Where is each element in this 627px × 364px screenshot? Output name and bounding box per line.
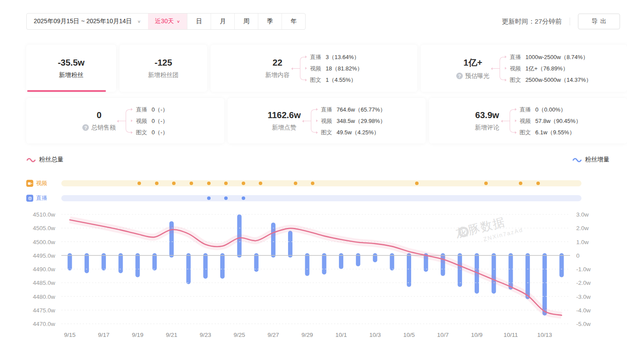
quick-range-30d[interactable]: 近30天 ∨ bbox=[148, 14, 187, 29]
x-axis-label: 9/29 bbox=[301, 332, 313, 338]
y-axis-right: 3.0w2.0w1.0w0-1.0w-2.0w-3.0w-4.0w-5.0w bbox=[570, 214, 609, 324]
breakdown-value: 1亿+（76.89%） bbox=[525, 64, 568, 73]
x-axis-label: 10/1 bbox=[335, 332, 347, 338]
x-axis-label: 9/19 bbox=[132, 332, 143, 338]
breakdown-row: 图文1（4.55%） bbox=[310, 76, 363, 84]
breakdown-connector bbox=[296, 51, 306, 86]
tab-quarter[interactable]: 季 bbox=[258, 14, 282, 29]
breakdown-connector bbox=[506, 104, 516, 138]
fans-delta-bar[interactable] bbox=[390, 253, 394, 270]
help-icon[interactable]: ? bbox=[82, 124, 89, 131]
fans-delta-bar[interactable] bbox=[119, 253, 123, 273]
date-range-controls: 2025年09月15日 ~ 2025年10月14日 ∨ 近30天 ∨ 日 月 周… bbox=[26, 13, 306, 30]
x-axis-label: 9/17 bbox=[98, 332, 109, 338]
fans-delta-bar[interactable] bbox=[102, 253, 106, 270]
fan-trend-chart: 视频 直播 4510.0w4505.0w4500.0w4495.0w4490.0… bbox=[26, 178, 609, 340]
video-marker-dot[interactable] bbox=[294, 182, 297, 185]
legend-label: 粉丝增量 bbox=[585, 156, 609, 164]
video-timeline-track bbox=[61, 180, 581, 186]
stat-label: 新增点赞 bbox=[272, 124, 296, 132]
fans-delta-bar[interactable] bbox=[322, 253, 326, 275]
video-marker-dot[interactable] bbox=[224, 182, 228, 185]
stat-label: 新增评论 bbox=[475, 124, 500, 132]
video-marker-dot[interactable] bbox=[137, 182, 141, 185]
breakdown-row: 视频1亿+（76.89%） bbox=[510, 64, 592, 73]
live-marker-dot[interactable] bbox=[207, 196, 211, 200]
tab-year[interactable]: 年 bbox=[282, 14, 305, 29]
quick-range-label: 近30天 bbox=[155, 18, 174, 25]
fans-delta-bar[interactable] bbox=[152, 253, 157, 270]
y-axis-left-label: 4505.0w bbox=[33, 225, 55, 231]
x-axis-label: 10/5 bbox=[403, 332, 415, 338]
breakdown-value: 1（4.55%） bbox=[326, 76, 356, 84]
stat-value: 1亿+ bbox=[456, 57, 490, 69]
tab-label: 年 bbox=[291, 18, 297, 25]
breakdown-row: 直播0（0.00%） bbox=[520, 105, 581, 114]
export-button[interactable]: 导出 bbox=[578, 14, 620, 29]
stat-card-new-fan-club[interactable]: -125 新增粉丝团 bbox=[120, 45, 207, 92]
x-axis-label: 9/21 bbox=[166, 332, 177, 338]
video-marker-dot[interactable] bbox=[259, 182, 262, 185]
fans-delta-bar[interactable] bbox=[407, 253, 411, 287]
video-icon bbox=[26, 180, 33, 187]
live-marker-dot[interactable] bbox=[224, 196, 228, 200]
x-axis: 9/159/179/199/219/239/259/279/2910/110/3… bbox=[61, 327, 570, 340]
stat-card-new-comments[interactable]: 63.9w 新增评论 直播0（0.00%） 视频57.8w（90.45%） 图文… bbox=[429, 98, 627, 144]
breakdown-value: 0（-） bbox=[151, 117, 168, 125]
tab-label: 日 bbox=[196, 18, 202, 25]
fans-delta-bar[interactable] bbox=[373, 253, 377, 262]
video-marker-dot[interactable] bbox=[242, 182, 245, 185]
fans-delta-bar[interactable] bbox=[67, 253, 72, 270]
date-range-text: 2025年09月15日 ~ 2025年10月14日 bbox=[34, 18, 132, 25]
tab-month[interactable]: 月 bbox=[211, 14, 234, 29]
fans-delta-bar[interactable] bbox=[187, 253, 191, 284]
fans-delta-bar[interactable] bbox=[203, 253, 208, 279]
breakdown-row: 视频0（-） bbox=[136, 117, 168, 125]
video-marker-dot[interactable] bbox=[155, 182, 159, 185]
date-range-picker[interactable]: 2025年09月15日 ~ 2025年10月14日 ∨ bbox=[27, 14, 148, 29]
breakdown-label: 图文 bbox=[510, 76, 521, 84]
active-tab-indicator bbox=[27, 90, 106, 92]
video-marker-dot[interactable] bbox=[415, 182, 419, 185]
stat-value: 0 bbox=[82, 110, 116, 120]
stat-value: -125 bbox=[148, 58, 179, 68]
y-axis-right-label: -2.0w bbox=[576, 280, 591, 286]
fans-delta-bar[interactable] bbox=[305, 253, 310, 276]
breakdown-connector bbox=[307, 104, 317, 138]
legend-fans-delta[interactable]: 粉丝增量 bbox=[572, 156, 609, 164]
breakdown-value: 18（81.82%） bbox=[326, 64, 363, 73]
video-marker-dot[interactable] bbox=[172, 182, 176, 185]
breakdown-value: 0（-） bbox=[151, 128, 168, 136]
video-marker-dot[interactable] bbox=[519, 182, 522, 185]
live-marker-dot[interactable] bbox=[242, 196, 245, 200]
legend-total-fans[interactable]: 粉丝总量 bbox=[26, 156, 63, 164]
video-marker-dot[interactable] bbox=[190, 182, 193, 185]
breakdown-value: 0（0.00%） bbox=[535, 105, 566, 114]
tab-week[interactable]: 周 bbox=[234, 14, 258, 29]
video-marker-dot[interactable] bbox=[207, 182, 211, 185]
fans-delta-bar[interactable] bbox=[85, 253, 89, 273]
fans-delta-bar[interactable] bbox=[560, 253, 564, 277]
y-axis-right-label: -1.0w bbox=[576, 266, 591, 273]
fans-delta-bar[interactable] bbox=[135, 253, 140, 277]
breakdown-label: 视频 bbox=[510, 64, 521, 73]
x-axis-label: 10/3 bbox=[369, 332, 380, 338]
video-marker-dot[interactable] bbox=[311, 182, 314, 185]
stat-card-estimated-exposure[interactable]: 1亿+ ?预估曝光 直播1000w-2500w（8.74%） 视频1亿+（76.… bbox=[421, 45, 627, 92]
stat-card-new-content[interactable]: 22 新增内容 直播3（13.64%） 视频18（81.82%） 图文1（4.5… bbox=[211, 45, 417, 92]
y-axis-right-label: -4.0w bbox=[576, 307, 591, 313]
y-axis-right-label: 3.0w bbox=[576, 211, 589, 218]
stat-card-total-sales[interactable]: 0 ?总销售额 直播0（-） 视频0（-） 图文0（-） bbox=[26, 98, 224, 144]
fans-delta-bar[interactable] bbox=[492, 253, 496, 294]
tab-day[interactable]: 日 bbox=[187, 14, 211, 29]
stat-value: -35.5w bbox=[58, 58, 85, 68]
fans-delta-bar[interactable] bbox=[288, 231, 292, 258]
video-marker-dot[interactable] bbox=[536, 182, 540, 185]
x-axis-label: 10/11 bbox=[504, 332, 518, 338]
fans-delta-bar[interactable] bbox=[220, 253, 225, 279]
video-marker-dot[interactable] bbox=[484, 182, 488, 185]
breakdown-row: 图文49.5w（4.25%） bbox=[321, 128, 386, 136]
help-icon[interactable]: ? bbox=[456, 73, 463, 79]
stat-card-new-fans[interactable]: -35.5w 新增粉丝 bbox=[26, 45, 116, 92]
stat-card-new-likes[interactable]: 1162.6w 新增点赞 直播764.6w（65.77%） 视频348.5w（2… bbox=[228, 98, 426, 144]
